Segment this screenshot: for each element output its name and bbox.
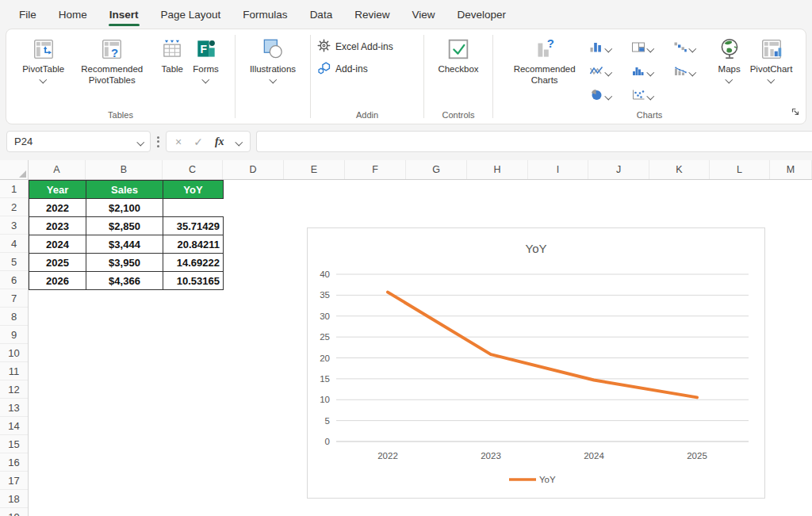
ribbon-group-illustrations: Illustrations xyxy=(236,29,310,124)
tab-data[interactable]: Data xyxy=(299,0,344,29)
row-header-1[interactable]: 1 xyxy=(0,180,28,198)
column-header-c[interactable]: C xyxy=(163,160,223,179)
combo-chart-icon xyxy=(673,65,688,80)
column-header-m[interactable]: M xyxy=(770,160,812,179)
column-header-l[interactable]: L xyxy=(710,160,770,179)
tab-view[interactable]: View xyxy=(400,0,446,29)
table-header-sales[interactable]: Sales xyxy=(86,181,163,199)
illustrations-button[interactable]: Illustrations xyxy=(246,32,300,82)
tab-developer[interactable]: Developer xyxy=(446,0,517,29)
tab-formulas[interactable]: Formulas xyxy=(232,0,298,29)
row-header-14[interactable]: 14 xyxy=(0,417,28,435)
formula-bar-buttons: × ✓ fx xyxy=(166,131,251,152)
tab-file[interactable]: File xyxy=(8,0,48,29)
column-header-d[interactable]: D xyxy=(223,160,284,179)
cell-A2[interactable]: 2022 xyxy=(29,199,86,217)
row-header-3[interactable]: 3 xyxy=(0,216,28,235)
insert-function-icon[interactable]: fx xyxy=(215,136,224,148)
tab-review[interactable]: Review xyxy=(343,0,400,29)
excel-addins-button[interactable]: Excel Add-ins xyxy=(317,39,393,55)
row-header-10[interactable]: 10 xyxy=(0,344,28,362)
cell-A3[interactable]: 2023 xyxy=(29,217,86,235)
cell-C2[interactable] xyxy=(163,199,224,217)
column-header-f[interactable]: F xyxy=(345,160,406,179)
yoy-chart[interactable]: YoY05101520253035402022202320242025YoY xyxy=(307,227,765,499)
row-header-18[interactable]: 18 xyxy=(0,490,28,508)
pivotchart-button[interactable]: PivotChart xyxy=(746,32,797,82)
maps-button[interactable]: Maps xyxy=(713,32,746,82)
x-axis-label: 2025 xyxy=(687,451,707,461)
cell-A6[interactable]: 2026 xyxy=(29,272,86,290)
cell-A4[interactable]: 2024 xyxy=(29,235,86,254)
column-header-k[interactable]: K xyxy=(649,160,710,179)
row-header-16[interactable]: 16 xyxy=(0,453,28,472)
addin-hexagon-icon xyxy=(317,61,331,77)
row-header-2[interactable]: 2 xyxy=(0,198,28,216)
column-header-i[interactable]: I xyxy=(528,160,588,179)
chevron-down-icon[interactable] xyxy=(235,138,242,145)
hierarchy-chart-icon xyxy=(631,41,645,56)
column-header-h[interactable]: H xyxy=(467,160,528,179)
insert-column-chart-button[interactable] xyxy=(587,36,629,60)
recommended-pivottables-button[interactable]: ? Recommended PivotTables xyxy=(68,32,155,86)
cell-C6[interactable]: 10.53165 xyxy=(163,272,224,290)
row-header-15[interactable]: 15 xyxy=(0,435,28,453)
column-header-g[interactable]: G xyxy=(406,160,467,179)
pivottable-button[interactable]: PivotTable xyxy=(18,32,68,82)
cell-B3[interactable]: $2,850 xyxy=(86,217,163,235)
insert-hierarchy-chart-button[interactable] xyxy=(629,36,671,60)
cell-C3[interactable]: 35.71429 xyxy=(163,217,224,235)
recommended-charts-button[interactable]: ? Recommended Charts xyxy=(503,32,587,86)
maps-label: Maps xyxy=(718,64,741,75)
column-header-a[interactable]: A xyxy=(29,160,86,179)
row-header-6[interactable]: 6 xyxy=(0,271,28,289)
insert-waterfall-chart-button[interactable] xyxy=(671,36,713,60)
table-header-yoy[interactable]: YoY xyxy=(163,181,224,199)
row-header-19[interactable]: 19 xyxy=(0,508,28,516)
cancel-icon[interactable]: × xyxy=(175,136,182,148)
row-header-5[interactable]: 5 xyxy=(0,253,28,271)
insert-combo-chart-button[interactable] xyxy=(671,60,713,84)
cell-B4[interactable]: $3,444 xyxy=(86,235,163,254)
insert-scatter-chart-button[interactable] xyxy=(629,84,671,108)
column-header-b[interactable]: B xyxy=(86,160,163,179)
checkbox-label: Checkbox xyxy=(438,64,478,75)
forms-button[interactable]: F Forms xyxy=(189,32,223,82)
select-all-corner[interactable] xyxy=(0,160,29,179)
formula-bar-drag-handle[interactable] xyxy=(157,136,159,147)
table-row: 2022$2,100 xyxy=(29,199,224,217)
row-header-7[interactable]: 7 xyxy=(0,289,28,308)
excel-window: FileHomeInsertPage LayoutFormulasDataRev… xyxy=(0,0,812,516)
row-header-12[interactable]: 12 xyxy=(0,380,28,399)
insert-pie-chart-button[interactable] xyxy=(587,84,629,108)
table-button[interactable]: Table xyxy=(155,32,189,75)
cell-C5[interactable]: 14.69222 xyxy=(163,254,224,272)
cell-B5[interactable]: $3,950 xyxy=(86,254,163,272)
enter-icon[interactable]: ✓ xyxy=(193,136,203,148)
checkbox-button[interactable]: Checkbox xyxy=(434,32,482,75)
tab-home[interactable]: Home xyxy=(48,0,98,29)
addins-button[interactable]: Add-ins xyxy=(317,61,368,77)
cell-C4[interactable]: 20.84211 xyxy=(163,235,224,254)
insert-statistic-chart-button[interactable] xyxy=(629,60,671,84)
row-header-9[interactable]: 9 xyxy=(0,326,28,344)
table-header-year[interactable]: Year xyxy=(29,181,86,199)
row-header-13[interactable]: 13 xyxy=(0,399,28,417)
cell-A5[interactable]: 2025 xyxy=(29,254,86,272)
row-header-17[interactable]: 17 xyxy=(0,472,28,490)
charts-dialog-launcher-icon[interactable] xyxy=(791,105,800,120)
row-header-11[interactable]: 11 xyxy=(0,362,28,380)
cell-B2[interactable]: $2,100 xyxy=(86,199,163,217)
formula-input[interactable] xyxy=(256,131,812,152)
cell-B6[interactable]: $4,366 xyxy=(86,272,163,290)
tab-insert[interactable]: Insert xyxy=(98,0,150,29)
row-header-8[interactable]: 8 xyxy=(0,308,28,326)
row-header-4[interactable]: 4 xyxy=(0,235,28,253)
column-header-e[interactable]: E xyxy=(284,160,345,179)
chevron-down-icon xyxy=(646,69,653,76)
svg-text:?: ? xyxy=(111,46,118,59)
tab-page-layout[interactable]: Page Layout xyxy=(150,0,232,29)
name-box[interactable]: P24 xyxy=(6,131,151,152)
column-header-j[interactable]: J xyxy=(588,160,649,179)
insert-line-chart-button[interactable] xyxy=(587,60,629,84)
